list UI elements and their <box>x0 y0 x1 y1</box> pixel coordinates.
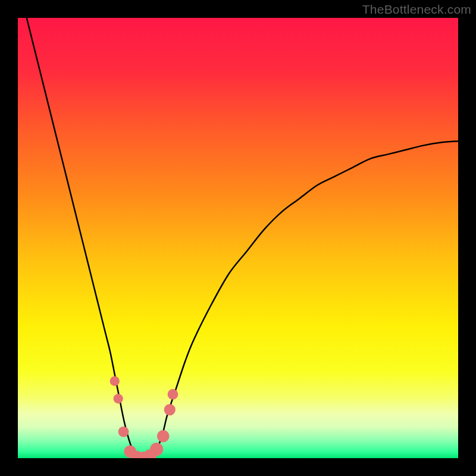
watermark-text: TheBottleneck.com <box>362 2 471 17</box>
bottleneck-curve <box>18 18 458 458</box>
curve-layer <box>18 18 458 458</box>
curve-marker <box>118 427 129 437</box>
curve-marker <box>164 404 176 415</box>
curve-marker <box>150 443 163 456</box>
curve-marker <box>114 394 123 403</box>
chart-frame: TheBottleneck.com <box>0 0 476 476</box>
curve-marker <box>168 389 178 400</box>
curve-marker <box>110 376 120 386</box>
curve-marker <box>157 430 170 443</box>
plot-area <box>18 18 458 458</box>
marker-layer <box>110 376 178 458</box>
